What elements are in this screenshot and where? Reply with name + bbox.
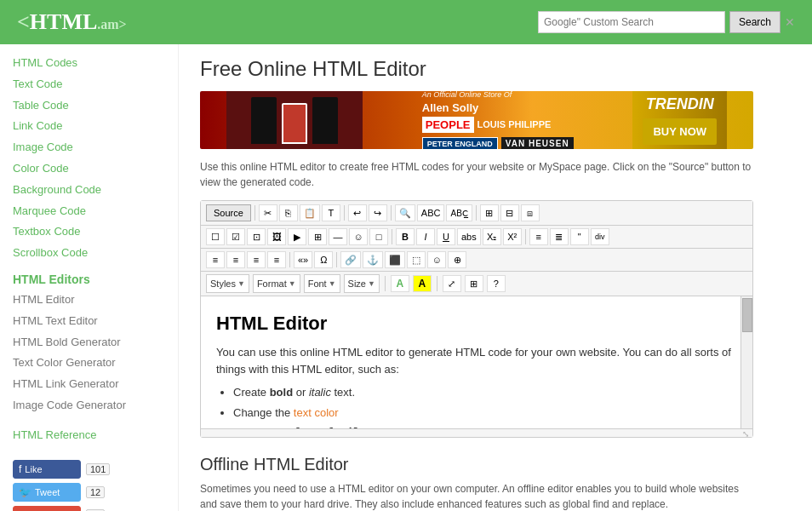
editor-resize-handle[interactable]: ⤡ bbox=[201, 428, 752, 437]
close-icon[interactable]: ✕ bbox=[785, 15, 795, 29]
banner-left bbox=[226, 91, 363, 149]
toolbar-btn-help[interactable]: ? bbox=[487, 275, 506, 292]
search-button[interactable]: Search bbox=[729, 11, 781, 33]
toolbar-btn-iframe[interactable]: □ bbox=[369, 228, 388, 245]
sidebar-item-table-code[interactable]: Table Code bbox=[13, 95, 165, 117]
toolbar-btn-align-center[interactable]: ≡ bbox=[226, 251, 245, 268]
toolbar-btn-redo[interactable]: ↪ bbox=[369, 204, 387, 221]
toolbar-btn-hline[interactable]: — bbox=[329, 228, 347, 245]
toolbar-btn-spellcheck2[interactable]: ABC̲ bbox=[446, 204, 472, 221]
size-label: Size bbox=[348, 278, 366, 289]
toolbar-btn-underline[interactable]: U bbox=[437, 228, 455, 245]
sidebar-item-background-code[interactable]: Background Code bbox=[13, 180, 165, 201]
toolbar-separator-6 bbox=[525, 229, 526, 244]
toolbar-btn-find[interactable]: 🔍 bbox=[395, 204, 415, 221]
toolbar-btn-template[interactable]: ⊡ bbox=[247, 228, 266, 245]
toolbar-btn-undo[interactable]: ↩ bbox=[348, 204, 367, 221]
font-label: Font bbox=[308, 278, 327, 289]
toolbar-btn-flash[interactable]: ▶ bbox=[288, 228, 306, 245]
toolbar-btn-smiley[interactable]: ☺ bbox=[349, 228, 368, 245]
editor-scrollbar[interactable] bbox=[741, 296, 752, 428]
sidebar-item-text-color-generator[interactable]: Text Color Generator bbox=[13, 353, 165, 374]
toolbar-btn-misc5[interactable]: ⬚ bbox=[407, 251, 426, 268]
toolbar-btn-outdent[interactable]: Ω bbox=[314, 251, 333, 268]
sidebar-item-marquee-code[interactable]: Marquee Code bbox=[13, 201, 165, 222]
logo-lt: < bbox=[17, 9, 30, 34]
sidebar-item-html-codes[interactable]: HTML Codes bbox=[13, 53, 165, 74]
sidebar-item-scrollbox-code[interactable]: Scrollbox Code bbox=[13, 243, 165, 264]
toolbar-btn-misc4[interactable]: ⬛ bbox=[385, 251, 405, 268]
toolbar-btn-link[interactable]: 🔗 bbox=[340, 251, 361, 268]
toolbar-btn-show-blocks[interactable]: ⊞ bbox=[465, 275, 483, 292]
toolbar-btn-checkbox[interactable]: ☐ bbox=[206, 228, 225, 245]
sidebar-item-image-code-generator[interactable]: Image Code Generator bbox=[13, 395, 165, 416]
toolbar-btn-table[interactable]: ⊞ bbox=[308, 228, 327, 245]
sidebar-item-text-code[interactable]: Text Code bbox=[13, 74, 165, 95]
toolbar-btn-misc2[interactable]: ⊟ bbox=[500, 204, 519, 221]
buy-now-btn[interactable]: BUY NOW bbox=[643, 118, 717, 145]
sidebar-item-html-bold-generator[interactable]: HTML Bold Generator bbox=[13, 332, 165, 353]
toolbar-btn-align-left[interactable]: ≡ bbox=[206, 251, 225, 268]
like-count: 101 bbox=[86, 463, 110, 475]
toolbar-btn-paste[interactable]: 📋 bbox=[300, 204, 320, 221]
toolbar-btn-align-justify[interactable]: ≡ bbox=[267, 251, 286, 268]
toolbar-separator bbox=[254, 205, 255, 221]
toolbar-btn-paste-text[interactable]: T bbox=[322, 204, 340, 221]
toolbar-btn-strikethrough[interactable]: abs bbox=[457, 228, 481, 245]
facebook-like-button[interactable]: f Like bbox=[13, 460, 81, 479]
toolbar-btn-text-color[interactable]: A bbox=[391, 275, 409, 292]
toolbar-btn-misc3[interactable]: ⧇ bbox=[521, 204, 540, 221]
toolbar-btn-img[interactable]: 🖼 bbox=[267, 228, 286, 245]
toolbar-btn-blockquote[interactable]: " bbox=[570, 228, 589, 245]
toolbar-btn-indent[interactable]: «» bbox=[294, 251, 312, 268]
sidebar-item-html-editor[interactable]: HTML Editor bbox=[13, 290, 165, 311]
toolbar-separator-2 bbox=[344, 205, 345, 221]
main-content: Free Online HTML Editor An Official Onli… bbox=[179, 44, 775, 511]
sidebar-item-link-code[interactable]: Link Code bbox=[13, 116, 165, 137]
sidebar-item-html-link-generator[interactable]: HTML Link Generator bbox=[13, 374, 165, 395]
styles-dropdown[interactable]: Styles ▼ bbox=[206, 274, 249, 293]
toolbar-btn-misc7[interactable]: ⊕ bbox=[448, 251, 466, 268]
toolbar-btn-bold[interactable]: B bbox=[396, 228, 415, 245]
toolbar-btn-ol[interactable]: ≡ bbox=[529, 228, 548, 245]
font-dropdown[interactable]: Font ▼ bbox=[304, 274, 340, 293]
toolbar-btn-subscript[interactable]: X₂ bbox=[483, 228, 501, 245]
editor-content-area[interactable]: HTML Editor You can use this online HTML… bbox=[201, 296, 752, 428]
toolbar-btn-maximize[interactable]: ⤢ bbox=[443, 275, 461, 292]
toolbar-separator-5 bbox=[392, 229, 392, 244]
search-input[interactable] bbox=[538, 11, 725, 33]
toolbar-btn-check[interactable]: ☑ bbox=[226, 228, 245, 245]
scrollbar-thumb[interactable] bbox=[742, 298, 752, 332]
source-button[interactable]: Source bbox=[206, 204, 251, 221]
editors-section-title: HTML Editors bbox=[13, 273, 165, 286]
sidebar-item-color-code[interactable]: Color Code bbox=[13, 158, 165, 180]
toolbar-btn-bg-color[interactable]: A bbox=[413, 275, 432, 292]
twitter-tweet-button[interactable]: 🐦 Tweet bbox=[13, 483, 81, 502]
toolbar-btn-cut[interactable]: ✂ bbox=[259, 204, 277, 221]
toolbar-btn-ul[interactable]: ≣ bbox=[550, 228, 569, 245]
toolbar-btn-spellcheck[interactable]: ABC bbox=[417, 204, 445, 221]
toolbar-btn-italic[interactable]: I bbox=[416, 228, 435, 245]
sidebar-item-html-reference[interactable]: HTML Reference bbox=[13, 425, 165, 446]
sidebar-item-html-text-editor[interactable]: HTML Text Editor bbox=[13, 311, 165, 332]
advertisement-banner[interactable]: An Official Online Store Of Allen Solly … bbox=[200, 91, 753, 149]
editor-paragraph: You can use this online HTML editor to g… bbox=[216, 344, 737, 377]
toolbar-btn-align-right[interactable]: ≡ bbox=[247, 251, 266, 268]
sidebar-item-textbox-code[interactable]: Textbox Code bbox=[13, 221, 165, 243]
people-brand: PEOPLE bbox=[422, 117, 474, 133]
chevron-down-icon: ▼ bbox=[368, 279, 375, 288]
toolbar-btn-copy[interactable]: ⎘ bbox=[279, 204, 298, 221]
list-item-3: Change the font family or font size bbox=[233, 424, 737, 428]
toolbar-btn-div[interactable]: div bbox=[591, 228, 609, 245]
editor-content-container: HTML Editor You can use this online HTML… bbox=[201, 296, 752, 428]
toolbar-btn-misc1[interactable]: ⊞ bbox=[480, 204, 499, 221]
gplus-button[interactable]: g+ +1 bbox=[13, 506, 81, 511]
font-family-text: font family bbox=[294, 426, 367, 428]
sidebar-item-image-code[interactable]: Image Code bbox=[13, 137, 165, 158]
size-dropdown[interactable]: Size ▼ bbox=[344, 274, 380, 293]
list-item-2: Change the text color bbox=[233, 405, 737, 422]
toolbar-btn-anchor[interactable]: ⚓ bbox=[363, 251, 383, 268]
toolbar-btn-misc6[interactable]: ☺ bbox=[427, 251, 446, 268]
format-dropdown[interactable]: Format ▼ bbox=[253, 274, 300, 293]
toolbar-btn-superscript[interactable]: X² bbox=[503, 228, 522, 245]
